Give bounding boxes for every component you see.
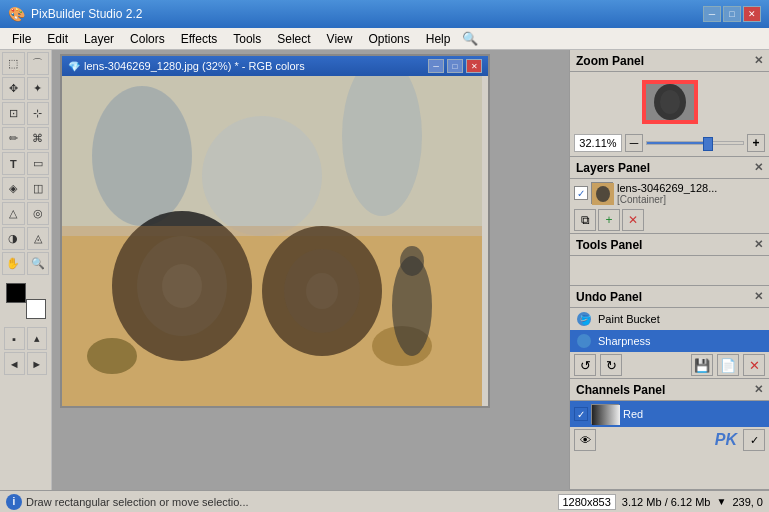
tool-row-9: ✋ 🔍 (2, 252, 49, 275)
shapes-tool[interactable]: △ (2, 202, 25, 225)
menu-edit[interactable]: Edit (39, 28, 76, 50)
menu-file[interactable]: File (4, 28, 39, 50)
undo-save2-button[interactable]: 📄 (717, 354, 739, 376)
extra-tools-row: ▪ ▴ (4, 327, 47, 350)
zoom-value-input[interactable] (574, 134, 622, 152)
magic-wand-tool[interactable]: ✦ (27, 77, 50, 100)
zoom-slider-container[interactable] (646, 136, 744, 150)
undo-panel-close[interactable]: ✕ (754, 290, 763, 303)
tools-panel-close[interactable]: ✕ (754, 238, 763, 251)
channel-visibility-checkbox[interactable]: ✓ (574, 407, 588, 421)
mode-tool[interactable]: ▴ (27, 327, 48, 350)
sharpen-tool[interactable]: ◬ (27, 227, 50, 250)
move-tool[interactable]: ✥ (2, 77, 25, 100)
image-content (62, 76, 482, 406)
layer-copy-button[interactable]: ⧉ (574, 209, 596, 231)
eyedropper-tool[interactable]: ⊹ (27, 102, 50, 125)
undo-delete-button[interactable]: ✕ (743, 354, 765, 376)
undo-item-1[interactable]: 🪣 Paint Bucket (570, 308, 769, 330)
close-button[interactable]: ✕ (743, 6, 761, 22)
menu-colors[interactable]: Colors (122, 28, 173, 50)
tool-row-4: ✏ ⌘ (2, 127, 49, 150)
menu-tools[interactable]: Tools (225, 28, 269, 50)
layers-panel-header: Layers Panel ✕ (570, 157, 769, 179)
channels-panel-close[interactable]: ✕ (754, 383, 763, 396)
layers-panel-close[interactable]: ✕ (754, 161, 763, 174)
tools-panel: Tools Panel ✕ (570, 234, 769, 286)
menu-options[interactable]: Options (360, 28, 417, 50)
doc-minimize-button[interactable]: ─ (428, 59, 444, 73)
channel-check-button[interactable]: ✓ (743, 429, 765, 451)
undo-button[interactable]: ↺ (574, 354, 596, 376)
paint-bucket-tool[interactable]: ◈ (2, 177, 25, 200)
minimize-button[interactable]: ─ (703, 6, 721, 22)
zoom-tool[interactable]: 🔍 (27, 252, 50, 275)
menu-select[interactable]: Select (269, 28, 318, 50)
channel-label-red: Red (623, 408, 643, 420)
zoom-minus-button[interactable]: ─ (625, 134, 643, 152)
background-color-swatch[interactable] (26, 299, 46, 319)
svg-point-4 (202, 116, 322, 236)
crop-tool[interactable]: ⊡ (2, 102, 25, 125)
prev-tool[interactable]: ◄ (4, 352, 25, 375)
undo-actions: ↺ ↻ 💾 📄 ✕ (570, 352, 769, 378)
status-size: 1280x853 (558, 494, 616, 510)
doc-maximize-button[interactable]: □ (447, 59, 463, 73)
document-titlebar[interactable]: 💎 lens-3046269_1280.jpg (32%) * - RGB co… (62, 56, 488, 76)
window-controls: ─ □ ✕ (703, 6, 761, 22)
layer-item-1[interactable]: ✓ lens-3046269_128... [Container] (570, 179, 769, 207)
document-canvas[interactable] (62, 76, 482, 406)
redo-button[interactable]: ↻ (600, 354, 622, 376)
undo-save1-button[interactable]: 💾 (691, 354, 713, 376)
undo-item-icon-1: 🪣 (576, 311, 592, 327)
dodge-tool[interactable]: ◑ (2, 227, 25, 250)
tools-panel-title: Tools Panel (576, 238, 754, 252)
zoom-plus-button[interactable]: + (747, 134, 765, 152)
canvas-area[interactable]: 💎 lens-3046269_1280.jpg (32%) * - RGB co… (52, 50, 569, 490)
zoom-slider-thumb[interactable] (703, 137, 713, 151)
svg-point-17 (400, 246, 424, 276)
opacity-tool[interactable]: ▪ (4, 327, 25, 350)
zoom-panel-close[interactable]: ✕ (754, 54, 763, 67)
layers-panel-title: Layers Panel (576, 161, 754, 175)
document-title: lens-3046269_1280.jpg (32%) * - RGB colo… (84, 60, 428, 72)
rectangular-select-tool[interactable]: ⬚ (2, 52, 25, 75)
doc-close-button[interactable]: ✕ (466, 59, 482, 73)
menu-effects[interactable]: Effects (173, 28, 225, 50)
document-icon: 💎 (68, 61, 80, 72)
status-coords: 239, 0 (732, 496, 763, 508)
undo-item-2[interactable]: Sharpness (570, 330, 769, 352)
image-svg (62, 76, 482, 406)
text-tool[interactable]: T (2, 152, 25, 175)
brush-tool[interactable]: ⌘ (27, 127, 50, 150)
pencil-tool[interactable]: ✏ (2, 127, 25, 150)
svg-point-26 (577, 334, 591, 348)
layer-visibility-checkbox[interactable]: ✓ (574, 186, 588, 200)
layer-delete-button[interactable]: ✕ (622, 209, 644, 231)
layer-thumbnail (591, 182, 613, 204)
foreground-color-swatch[interactable] (6, 283, 26, 303)
menu-view[interactable]: View (319, 28, 361, 50)
next-tool[interactable]: ► (27, 352, 48, 375)
menu-layer[interactable]: Layer (76, 28, 122, 50)
menu-help[interactable]: Help (418, 28, 459, 50)
right-panel: Zoom Panel ✕ ─ (569, 50, 769, 490)
channel-eye-button[interactable]: 👁 (574, 429, 596, 451)
lasso-select-tool[interactable]: ⌒ (27, 52, 50, 75)
layers-panel: Layers Panel ✕ ✓ lens-3046269_128... [Co… (570, 157, 769, 234)
svg-point-20 (660, 90, 680, 114)
search-icon[interactable]: 🔍 (462, 31, 478, 46)
layer-actions: ⧉ + ✕ (570, 207, 769, 233)
maximize-button[interactable]: □ (723, 6, 741, 22)
tool-row-8: ◑ ◬ (2, 227, 49, 250)
hand-tool[interactable]: ✋ (2, 252, 25, 275)
channel-item-red[interactable]: ✓ Red (570, 401, 769, 427)
menu-bar: File Edit Layer Colors Effects Tools Sel… (0, 28, 769, 50)
tools-panel-header: Tools Panel ✕ (570, 234, 769, 256)
gradient-tool[interactable]: ◫ (27, 177, 50, 200)
channel-actions: 👁 PK ✓ (570, 427, 769, 453)
layer-add-button[interactable]: + (598, 209, 620, 231)
zoom-thumbnail-container (570, 72, 769, 132)
clone-tool[interactable]: ◎ (27, 202, 50, 225)
eraser-tool[interactable]: ▭ (27, 152, 50, 175)
